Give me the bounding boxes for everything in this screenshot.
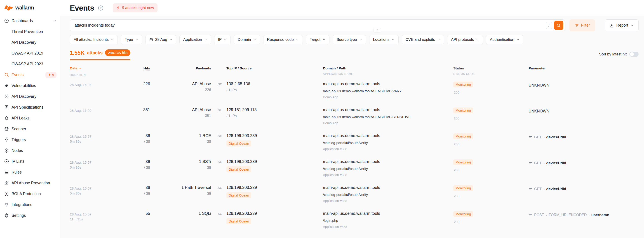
bolt-fill-icon	[48, 73, 51, 76]
filter-chip-authentication[interactable]: Authentication	[486, 35, 523, 44]
status-badge[interactable]: Monitoring	[453, 211, 473, 217]
path[interactable]: /catalog-portal/ui/oauth/verify	[323, 167, 450, 171]
help-icon[interactable]: ?	[98, 5, 104, 11]
source-ip[interactable]: 129.151.209.113	[226, 108, 257, 112]
filter-chip-target[interactable]: Target	[306, 35, 330, 44]
sidebar-item-api-discovery[interactable]: API Discovery	[0, 91, 60, 102]
sidebar-item-bola-protection[interactable]: IDBOLA Protection	[0, 188, 60, 199]
column-header-hits[interactable]: Hits	[126, 66, 150, 77]
sidebar-item-dashboards[interactable]: Dashboards	[0, 15, 60, 26]
source-ip[interactable]: 128.199.203.239	[226, 185, 257, 190]
filter-chip-28-aug[interactable]: 28 Aug	[145, 35, 176, 44]
source-ip[interactable]: 128.199.203.239	[226, 211, 257, 216]
domain[interactable]: main-api.us.demo.wallarm.tools	[323, 159, 450, 164]
country-code[interactable]: SG	[218, 83, 224, 86]
table-row[interactable]: 28 Aug, 15:575m 36s36/ 381 SSTi38SG128.1…	[70, 158, 638, 184]
column-header-date[interactable]: Date DURATION	[70, 66, 126, 77]
source-ip[interactable]: 138.2.65.136	[226, 82, 250, 86]
sidebar-item-vulnerabilities[interactable]: Vulnerabilities	[0, 80, 60, 91]
sidebar-item-integrations[interactable]: Integrations	[0, 199, 60, 210]
country-code[interactable]: SG	[218, 160, 224, 164]
sidebar-item-label: Settings	[12, 213, 26, 218]
filter-button-label: Filter	[581, 23, 590, 28]
country-code[interactable]: SG	[218, 212, 224, 216]
path[interactable]: main-api.us.demo.wallarm.tools/SENSITIVE…	[323, 89, 450, 93]
country-code[interactable]: SE	[218, 109, 224, 112]
sidebar-item-rules[interactable]: Rules	[0, 167, 60, 178]
application-name: Demo App	[323, 95, 450, 99]
country-code[interactable]: SG	[218, 186, 224, 190]
sidebar-item-api-specifications[interactable]: API Specifications	[0, 102, 60, 113]
filter-chip-all-attacks-incidents[interactable]: All attacks, Incidents	[70, 35, 118, 44]
table-row[interactable]: 28 Aug, 15:5711m 35s551 SQLiSG128.199.20…	[70, 210, 638, 236]
sidebar-item-api-discovery[interactable]: API Discovery	[0, 37, 60, 48]
status-badge[interactable]: Monitoring	[453, 82, 473, 88]
filter-chip-api-protocols[interactable]: API protocols	[447, 35, 483, 44]
source-provider-tag[interactable]: Digital Ocean	[226, 192, 251, 198]
status-badge[interactable]: Monitoring	[453, 108, 473, 113]
table-row[interactable]: 28 Aug, 16:24226API Abuse226SG138.2.65.1…	[70, 81, 638, 107]
param-icon	[528, 213, 532, 217]
domain[interactable]: main-api.us.demo.wallarm.tools	[323, 82, 450, 86]
path[interactable]: main-api.us.demo.wallarm.tools/SENSITIVE…	[323, 115, 450, 119]
domain[interactable]: main-api.us.demo.wallarm.tools	[323, 133, 450, 138]
source-provider-tag[interactable]: Digital Ocean	[226, 140, 251, 146]
cell-payload[interactable]: 1 RCE38	[150, 133, 211, 158]
filter-chip-source-type[interactable]: Source type	[332, 35, 366, 44]
sidebar-item-owasp-api-2019[interactable]: OWASP API 2019	[0, 48, 60, 59]
domain[interactable]: main-api.us.demo.wallarm.tools	[323, 108, 450, 112]
table-row[interactable]: 28 Aug, 15:575m 36s36/ 381 RCE38SG128.19…	[70, 132, 638, 158]
filter-button[interactable]: Filter	[570, 19, 596, 31]
bola-icon: ID	[4, 191, 9, 196]
attacks-now-badge[interactable]: 9 attacks right now	[113, 3, 158, 12]
cell-payload[interactable]: 1 SSTi38	[150, 159, 211, 184]
sidebar-item-api-leaks[interactable]: API Leaks	[0, 113, 60, 123]
source-provider-tag[interactable]: Digital Ocean	[226, 166, 251, 172]
filter-chip-label: API protocols	[451, 37, 474, 42]
path[interactable]: /catalog-portal/ui/oauth/verify	[323, 193, 450, 197]
source-ip[interactable]: 128.199.203.239	[226, 159, 257, 164]
sidebar-item-owasp-api-2023[interactable]: OWASP API 2023	[0, 59, 60, 69]
source-ip[interactable]: 128.199.203.239	[226, 133, 257, 138]
sidebar-item-settings[interactable]: Settings	[0, 210, 60, 221]
search-input[interactable]	[74, 23, 546, 28]
report-button[interactable]: Report	[605, 19, 638, 31]
cell-payload[interactable]: 1 Path Traversal38	[150, 185, 211, 210]
sort-toggle[interactable]	[629, 52, 638, 57]
sidebar-item-threat-prevention[interactable]: Threat Prevention	[0, 26, 60, 37]
cell-payload[interactable]: 1 SQLi	[150, 211, 211, 236]
attacks-tab[interactable]: 1.55K attacks 248.13K hits	[70, 49, 130, 60]
sidebar-item-scanner[interactable]: Scanner	[0, 123, 60, 134]
filter-chip-application[interactable]: Application	[180, 35, 211, 44]
cell-status: Monitoring200	[450, 108, 525, 132]
filter-chip-response-code[interactable]: Response code	[263, 35, 303, 44]
status-badge[interactable]: Monitoring	[453, 133, 473, 139]
filter-chip-cve-and-exploits[interactable]: CVE and exploits	[402, 35, 444, 44]
country-code[interactable]: SG	[218, 134, 224, 138]
sidebar-item-ip-lists[interactable]: IPIP Lists	[0, 156, 60, 167]
filter-chip-type[interactable]: Type	[121, 35, 142, 44]
source-provider-tag[interactable]: Digital Ocean	[226, 218, 251, 224]
sidebar-item-nodes[interactable]: Nodes	[0, 145, 60, 156]
filter-chip-locations[interactable]: Locations	[369, 35, 398, 44]
sidebar-item-api-abuse-prevention[interactable]: API Abuse Prevention	[0, 178, 60, 188]
sidebar-item-triggers[interactable]: Triggers	[0, 134, 60, 145]
cell-payload[interactable]: API Abuse351	[150, 108, 211, 132]
wallarm-logo[interactable]: wallarm	[0, 0, 60, 12]
filter-chip-domain[interactable]: Domain	[234, 35, 260, 44]
path[interactable]: /login.php	[323, 219, 450, 223]
status-badge[interactable]: Monitoring	[453, 185, 473, 191]
cell-payload[interactable]: API Abuse226	[150, 82, 211, 107]
domain[interactable]: main-api.us.demo.wallarm.tools	[323, 211, 450, 216]
expand-filters-button[interactable]	[374, 28, 381, 32]
status-badge[interactable]: Monitoring	[453, 159, 473, 165]
search-button[interactable]	[554, 21, 563, 30]
sidebar-item-events[interactable]: Events9	[0, 69, 60, 80]
table-row[interactable]: 28 Aug, 15:575m 36s36/ 381 Path Traversa…	[70, 184, 638, 210]
chevron-down-icon	[296, 38, 299, 41]
filter-chip-ip[interactable]: IP	[214, 35, 231, 44]
domain[interactable]: main-api.us.demo.wallarm.tools	[323, 185, 450, 190]
braces-check-icon	[4, 94, 9, 99]
path[interactable]: /catalog-portal/ui/oauth/verify	[323, 141, 450, 145]
table-row[interactable]: 28 Aug, 16:20351API Abuse351SE129.151.20…	[70, 107, 638, 132]
